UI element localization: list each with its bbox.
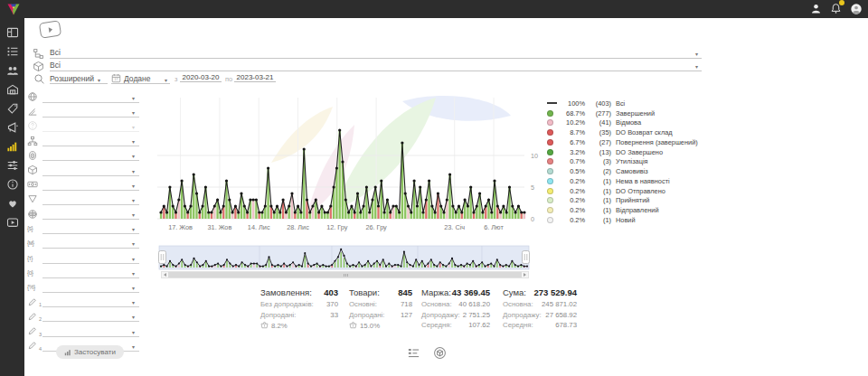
filter-row-slope[interactable]: ▾: [27, 104, 139, 118]
filter-row-banknote[interactable]: ▾: [27, 177, 139, 192]
filter-row-globe[interactable]: ▾: [27, 89, 139, 104]
legend-item[interactable]: 0.5%(2)Самовивіз: [547, 166, 710, 176]
filter-row-braces-м[interactable]: {м}▾: [27, 236, 139, 250]
legend-item[interactable]: 0.2%(1)Новий: [547, 215, 710, 225]
filter-select-field[interactable]: ▾: [42, 149, 139, 161]
dropdown-caret-icon: ▾: [132, 241, 135, 247]
filter-select-field[interactable]: ▾: [42, 296, 139, 307]
legend-item[interactable]: 0.2%(1)DO Отправлено: [547, 186, 710, 196]
filter-row-sitemap[interactable]: ▾: [27, 134, 139, 148]
globe-icon: [27, 91, 42, 103]
filter-select-field[interactable]: ▾: [42, 252, 139, 264]
filter-row-web[interactable]: ▾: [27, 207, 139, 221]
legend-count: (1): [585, 216, 611, 224]
filter-row-pencil3[interactable]: 3▾: [27, 324, 139, 338]
legend-item[interactable]: 8.7%(35)DO Возврат склад: [547, 127, 710, 137]
date-field-select[interactable]: 17 Додане ▾: [111, 71, 170, 84]
filter-select-field[interactable]: ▾: [42, 179, 139, 191]
filter-row-funnel[interactable]: ▾: [27, 192, 139, 206]
filter-row-braces-о[interactable]: {о}▾: [27, 265, 139, 279]
sidebar-item-warehouse[interactable]: [0, 80, 24, 99]
source-select[interactable]: Всі ▾: [50, 46, 702, 59]
legend-percent: 3.2%: [559, 148, 585, 156]
filter-select-field[interactable]: ▾: [42, 193, 139, 205]
filter-select-field[interactable]: ▾: [42, 164, 139, 176]
filter-row-braces-%[interactable]: {%}▾: [27, 279, 139, 294]
svg-text:31. Жов: 31. Жов: [208, 223, 232, 231]
stats-sub-label: Середня:: [503, 321, 533, 332]
filter-select-field[interactable]: ▾: [42, 325, 139, 337]
filter-select-field[interactable]: ▾: [42, 222, 139, 234]
filter-select-field[interactable]: ▾: [42, 281, 139, 293]
filter-select-field[interactable]: ▾: [42, 237, 139, 249]
stats-sub-value: 678.73: [555, 321, 577, 332]
date-to-input[interactable]: 2023-03-21: [234, 73, 276, 82]
legend-item[interactable]: 0.2%(1)Відправлений: [547, 205, 710, 215]
filter-select-field[interactable]: ▾: [42, 106, 139, 118]
apply-filters-button[interactable]: Застосувати: [56, 345, 124, 359]
legend-item[interactable]: 0.2%(1)Нема в наявності: [547, 176, 710, 186]
sidebar-item-campaigns[interactable]: [0, 118, 24, 136]
dropdown-caret-icon: ▾: [132, 154, 135, 159]
product-select[interactable]: Всі ▾: [50, 59, 702, 71]
dropdown-caret-icon: ▾: [132, 315, 135, 320]
sidebar-item-analytics[interactable]: [0, 136, 24, 155]
legend-dot-swatch: [547, 158, 559, 164]
profile-avatar[interactable]: [849, 2, 863, 15]
stats-sub-label: Основна:: [421, 300, 452, 311]
legend-item[interactable]: 0.7%(3)Утилізація: [547, 157, 710, 167]
legend-item[interactable]: 10.2%(41)Відмова: [547, 118, 710, 128]
filter-select-field[interactable]: ▾: [42, 120, 139, 132]
calendar-icon: 17: [111, 73, 121, 83]
navigator-handle: [159, 251, 166, 264]
filter-row-pencil1[interactable]: 1▾: [27, 295, 139, 309]
pencil-icon: 1: [27, 296, 42, 307]
filter-select-field[interactable]: ▾: [42, 135, 139, 146]
stats-sub-value: 127: [401, 311, 412, 322]
scroll-right-icon[interactable]: [524, 273, 526, 277]
sidebar-item-support[interactable]: [0, 193, 24, 212]
filter-select-field[interactable]: ▾: [42, 208, 139, 220]
sidebar-item-customers[interactable]: [0, 61, 24, 80]
chart-scrollbar[interactable]: [161, 271, 529, 278]
swatch: [547, 188, 553, 194]
legend-dot-swatch: [547, 188, 559, 194]
notifications-bell-icon[interactable]: [829, 2, 843, 15]
filter-row-fingerprint[interactable]: ▾: [27, 148, 139, 163]
legend-item[interactable]: 3.2%(13)DO Завершено: [547, 147, 710, 157]
legend-label: Нема в наявності: [616, 177, 670, 185]
scrollbar-thumb[interactable]: [168, 272, 522, 277]
sidebar-item-orders[interactable]: [0, 42, 24, 61]
sidebar-item-tutorials[interactable]: [0, 212, 24, 231]
scroll-left-icon[interactable]: [164, 273, 166, 277]
sidebar-item-dashboard[interactable]: [0, 23, 24, 42]
calendar-day-number: 17: [115, 78, 118, 81]
stats-title-row: Товари:845: [349, 287, 412, 300]
filter-row-pencil2[interactable]: 2▾: [27, 309, 139, 324]
filter-row-braces-т[interactable]: {т}▾: [27, 250, 139, 265]
date-from-input[interactable]: 2020-03-20: [180, 73, 222, 82]
filter-row-braces-s[interactable]: {s}▾: [27, 221, 139, 236]
filter-select-field[interactable]: ▾: [42, 267, 139, 278]
sidebar-item-info[interactable]: [0, 174, 24, 193]
brand-logo[interactable]: [6, 2, 21, 16]
list-view-icon[interactable]: [407, 346, 420, 360]
legend-item[interactable]: 0.2%(1)Прийнятий: [547, 196, 710, 206]
sidebar-item-tags[interactable]: [0, 99, 24, 118]
search-mode-select[interactable]: Розширений ▾: [50, 71, 108, 84]
filter-select-field[interactable]: ▾: [42, 310, 139, 322]
user-icon[interactable]: [809, 2, 823, 15]
filter-select-field[interactable]: ▾: [42, 91, 139, 103]
package-view-icon[interactable]: [433, 346, 447, 360]
stats-sub-label: Допродані:: [260, 311, 297, 322]
legend-item[interactable]: 68.7%(277)Завершений: [547, 108, 710, 118]
swatch: [547, 119, 553, 126]
legend-percent: 10.2%: [559, 118, 585, 127]
filter-row-cube[interactable]: ▾: [27, 163, 139, 177]
sidebar-item-integrations[interactable]: [0, 155, 24, 174]
dropdown-caret-icon: ▾: [98, 78, 100, 83]
legend-item[interactable]: 100%(403)Всі: [547, 99, 710, 108]
filter-row-question[interactable]: ▾: [27, 118, 139, 133]
legend-item[interactable]: 6.7%(27)Повернення (завершений): [547, 137, 710, 147]
legend-percent: 0.2%: [559, 177, 585, 185]
